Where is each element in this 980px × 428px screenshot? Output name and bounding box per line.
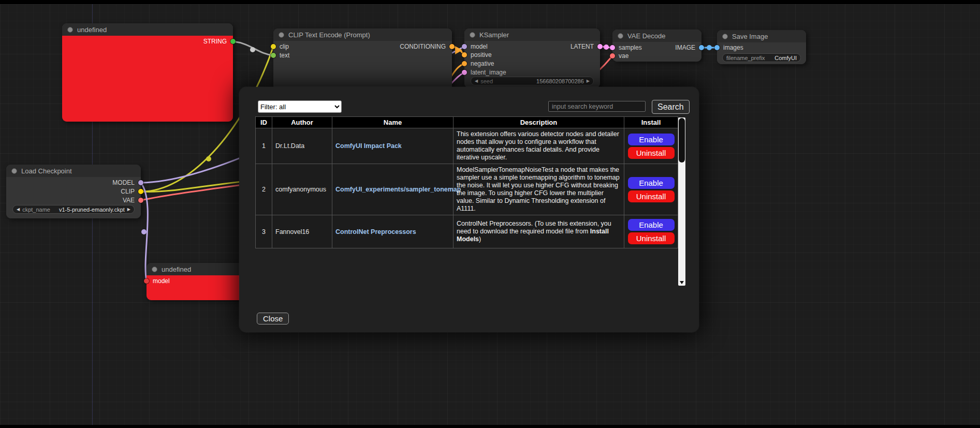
input-slot-vae[interactable]: vae — [610, 52, 628, 60]
node-title-bar[interactable]: undefined — [147, 263, 250, 275]
ext-author: Dr.Lt.Data — [272, 128, 332, 164]
node-title-bar[interactable]: KSampler — [464, 28, 600, 41]
input-slot-images[interactable]: images — [714, 44, 743, 51]
node-body — [62, 36, 233, 122]
collapse-dot-icon[interactable] — [67, 27, 73, 33]
node-title-bar[interactable]: Save Image — [717, 30, 806, 42]
node-title: Load Checkpoint — [21, 167, 72, 175]
uninstall-button[interactable]: Uninstall — [628, 232, 675, 244]
slot-dot-icon[interactable] — [138, 180, 143, 185]
search-input[interactable] — [548, 101, 646, 112]
slot-dot-icon[interactable] — [462, 44, 467, 49]
slot-dot-icon[interactable] — [144, 278, 149, 284]
scrollbar-thumb[interactable] — [679, 118, 685, 163]
slot-dot-icon[interactable] — [610, 53, 615, 58]
slot-dot-icon[interactable] — [138, 189, 143, 194]
collapse-dot-icon[interactable] — [470, 32, 475, 38]
output-slot-string[interactable]: STRING — [203, 38, 236, 45]
slot-dot-icon[interactable] — [462, 61, 467, 66]
output-slot-latent[interactable]: LATENT — [571, 43, 603, 50]
ext-id: 2 — [256, 164, 272, 215]
scrollbar-down-arrow-icon[interactable] — [680, 281, 684, 284]
slot-dot-icon[interactable] — [449, 44, 455, 49]
collapse-dot-icon[interactable] — [279, 32, 284, 38]
slot-dot-icon[interactable] — [597, 44, 603, 49]
input-slot-latent-image[interactable]: latent_image — [462, 69, 506, 76]
header-name: Name — [332, 117, 454, 128]
uninstall-button[interactable]: Uninstall — [628, 147, 675, 159]
output-slot-image[interactable]: IMAGE — [675, 44, 704, 51]
enable-button[interactable]: Enable — [628, 177, 675, 189]
input-slot-negative[interactable]: negative — [462, 60, 494, 67]
filename-prefix-widget[interactable]: filename_prefix ComfyUI — [722, 53, 801, 62]
node-title: CLIP Text Encode (Prompt) — [288, 31, 370, 39]
node-undefined-bottom[interactable]: undefined model — [147, 263, 250, 300]
widget-left-arrow-icon[interactable]: ◀ — [17, 208, 20, 212]
table-header-row: ID Author Name Description Install — [256, 117, 678, 128]
header-author: Author — [272, 117, 332, 128]
slot-dot-icon[interactable] — [699, 45, 704, 50]
input-slot-model[interactable]: model — [462, 43, 488, 50]
table-scrollbar[interactable] — [678, 117, 685, 286]
ext-id: 3 — [256, 215, 272, 248]
node-save-image[interactable]: Save Image images filename_prefix ComfyU… — [717, 30, 806, 64]
node-undefined-top[interactable]: undefined STRING — [62, 23, 233, 122]
output-slot-clip[interactable]: CLIP — [121, 188, 143, 195]
extension-link[interactable]: ComfyUI Impact Pack — [335, 142, 402, 150]
input-slot-samples[interactable]: samples — [610, 44, 642, 51]
node-title: undefined — [162, 265, 191, 273]
node-title-bar[interactable]: CLIP Text Encode (Prompt) — [273, 28, 452, 41]
widget-right-arrow-icon[interactable]: ▶ — [587, 79, 590, 83]
header-description: Description — [454, 117, 624, 128]
ext-description: ModelSamplerTonemapNoiseTest a node that… — [454, 164, 624, 215]
node-load-checkpoint[interactable]: Load Checkpoint MODEL CLIP VAE ◀ ckpt_na… — [6, 165, 141, 218]
widget-left-arrow-icon[interactable]: ◀ — [475, 79, 478, 83]
collapse-dot-icon[interactable] — [152, 267, 157, 272]
search-button[interactable]: Search — [652, 100, 690, 114]
node-title: VAE Decode — [627, 32, 665, 40]
header-id: ID — [256, 117, 272, 128]
output-slot-model[interactable]: MODEL — [112, 179, 143, 186]
input-slot-positive[interactable]: positive — [462, 51, 492, 58]
output-slot-vae[interactable]: VAE — [123, 197, 143, 204]
extension-row: 1 Dr.Lt.Data ComfyUI Impact Pack This ex… — [256, 128, 678, 164]
collapse-dot-icon[interactable] — [722, 34, 728, 39]
node-title-bar[interactable]: undefined — [62, 23, 233, 36]
node-title-bar[interactable]: Load Checkpoint — [6, 165, 141, 177]
filter-select[interactable]: Filter: all — [258, 100, 342, 113]
slot-dot-icon[interactable] — [714, 45, 720, 50]
extension-link[interactable]: ComfyUI_experiments/sampler_tonemap — [335, 186, 461, 193]
node-vae-decode[interactable]: VAE Decode samples vae IMAGE — [612, 29, 701, 62]
ext-description: This extension offers various detector n… — [454, 128, 624, 164]
slot-dot-icon[interactable] — [271, 53, 276, 58]
node-title-bar[interactable]: VAE Decode — [612, 29, 701, 42]
uninstall-button[interactable]: Uninstall — [628, 190, 675, 202]
enable-button[interactable]: Enable — [628, 134, 675, 145]
ext-install-cell: Enable Uninstall — [624, 128, 678, 164]
slot-dot-icon[interactable] — [138, 198, 143, 203]
input-slot-model[interactable]: model — [144, 277, 170, 285]
slot-dot-icon[interactable] — [271, 44, 276, 49]
extension-table: ID Author Name Description Install 1 Dr.… — [255, 116, 678, 248]
ext-description: ControlNet Preprocessors. (To use this e… — [454, 215, 624, 248]
extension-row: 3 Fannovel16 ControlNet Preprocessors Co… — [256, 215, 678, 248]
ckpt-name-widget[interactable]: ◀ ckpt_name v1-5-pruned-emaonly.ckpt ▶ — [12, 205, 135, 214]
seed-widget[interactable]: ◀ seed 156680208700286 ▶ — [471, 77, 594, 85]
slot-dot-icon[interactable] — [610, 45, 615, 50]
widget-right-arrow-icon[interactable]: ▶ — [127, 208, 130, 212]
enable-button[interactable]: Enable — [628, 219, 675, 231]
input-slot-text[interactable]: text — [271, 52, 289, 59]
slot-dot-icon[interactable] — [462, 70, 467, 75]
node-clip-text-encode[interactable]: CLIP Text Encode (Prompt) clip text COND… — [273, 28, 452, 91]
slot-dot-icon[interactable] — [462, 52, 467, 57]
node-ksampler[interactable]: KSampler model positive negative latent_… — [464, 28, 600, 88]
ext-author: comfyanonymous — [272, 164, 332, 215]
extension-link[interactable]: ControlNet Preprocessors — [335, 228, 416, 235]
output-slot-conditioning[interactable]: CONDITIONING — [400, 43, 455, 50]
input-slot-clip[interactable]: clip — [271, 43, 289, 50]
slot-dot-icon[interactable] — [230, 39, 236, 44]
header-install: Install — [624, 117, 678, 128]
collapse-dot-icon[interactable] — [11, 168, 17, 174]
close-button[interactable]: Close — [257, 313, 289, 324]
collapse-dot-icon[interactable] — [618, 33, 623, 39]
